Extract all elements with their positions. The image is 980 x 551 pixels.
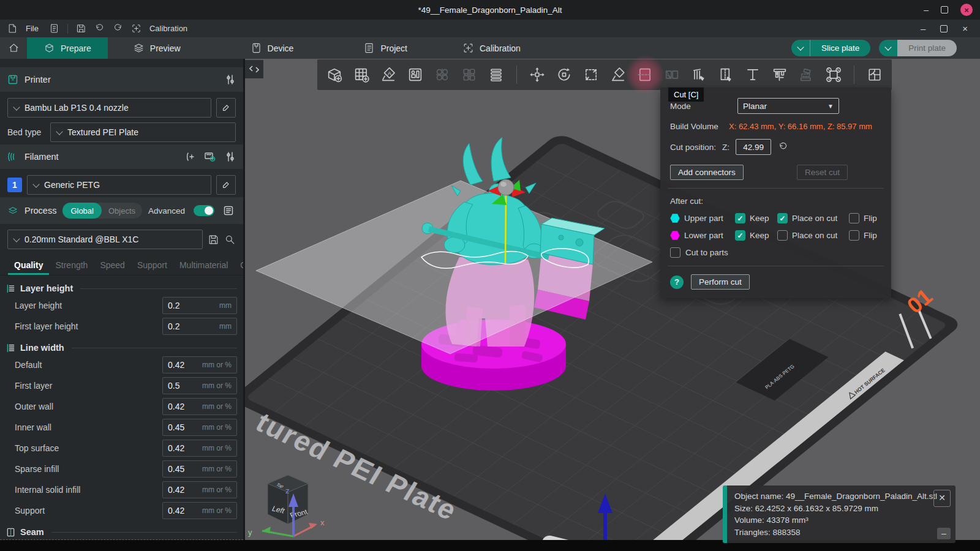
bed-type-dropdown[interactable]: Textured PEI Plate bbox=[50, 122, 236, 142]
home-icon bbox=[8, 42, 20, 54]
filament-edit-button[interactable] bbox=[216, 175, 236, 195]
object-volume: Volume: 43378 mm³ bbox=[734, 514, 931, 527]
printer-edit-button[interactable] bbox=[216, 98, 236, 118]
filament-slot-badge[interactable]: 1 bbox=[7, 178, 22, 192]
save-preset-icon[interactable] bbox=[208, 234, 219, 246]
assembly-view-icon[interactable] bbox=[865, 65, 884, 84]
process-preset-dropdown[interactable]: 0.20mm Standard @BBL X1C bbox=[7, 230, 203, 249]
os-minimize-icon[interactable]: – bbox=[924, 5, 929, 15]
collapse-sidebar-button[interactable] bbox=[245, 60, 263, 78]
tab-calibration[interactable]: Calibration bbox=[446, 37, 537, 59]
add-model-icon[interactable] bbox=[325, 65, 344, 84]
tab-multimaterial[interactable]: Multimaterial bbox=[173, 260, 234, 275]
menu-calibration[interactable]: Calibration bbox=[149, 24, 187, 33]
reset-position-icon[interactable] bbox=[777, 141, 788, 152]
calibration-tab-icon bbox=[462, 42, 474, 54]
scope-objects[interactable]: Objects bbox=[102, 206, 142, 216]
filament-preset-dropdown[interactable]: Generic PETG bbox=[27, 175, 211, 195]
param-row: Layer height 0.2mm bbox=[15, 297, 237, 314]
rotate-icon[interactable] bbox=[554, 65, 574, 84]
file-icon[interactable] bbox=[7, 23, 18, 34]
upper-keep-checkbox[interactable] bbox=[735, 213, 745, 223]
viewport-3d[interactable]: tured PEI Plate 01 HOT SURFACE PLA·ABS·P… bbox=[245, 59, 980, 540]
scope-global[interactable]: Global bbox=[62, 203, 102, 219]
frame-corners-icon[interactable] bbox=[824, 65, 843, 84]
layer-height-input[interactable]: 0.2mm bbox=[162, 297, 237, 314]
measure-icon[interactable] bbox=[770, 65, 790, 84]
support-painting-icon[interactable] bbox=[689, 65, 709, 84]
move-icon[interactable] bbox=[527, 65, 547, 84]
tab-device[interactable]: Device bbox=[234, 37, 311, 59]
parameter-table-icon[interactable] bbox=[223, 205, 234, 216]
filament-settings-icon[interactable] bbox=[225, 151, 236, 162]
tab-prepare[interactable]: Prepare bbox=[27, 37, 108, 59]
app-minimize-icon[interactable]: – bbox=[921, 23, 925, 34]
tab-quality[interactable]: Quality bbox=[8, 260, 49, 275]
app-restore-icon[interactable] bbox=[940, 25, 948, 32]
outer-wall-line-width-input[interactable]: 0.42mm or % bbox=[162, 398, 237, 415]
after-cut-label: After cut: bbox=[670, 197, 703, 206]
object-triangles: Triangles: 888358 bbox=[734, 527, 931, 539]
cut-to-parts-checkbox[interactable] bbox=[670, 247, 680, 258]
internal-solid-infill-line-width-input[interactable]: 0.42mm or % bbox=[162, 481, 237, 498]
advanced-toggle[interactable] bbox=[194, 205, 214, 216]
tab-strength[interactable]: Strength bbox=[49, 260, 94, 275]
slice-dropdown-icon[interactable] bbox=[791, 40, 810, 56]
lower-part-color-swatch bbox=[670, 231, 680, 241]
first-layer-line-width-input[interactable]: 0.5mm or % bbox=[162, 377, 237, 394]
ams-sync-icon[interactable] bbox=[204, 151, 216, 162]
info-close-icon[interactable]: ✕ bbox=[933, 490, 951, 507]
printer-preset-dropdown[interactable]: Bambu Lab P1S 0.4 nozzle bbox=[7, 98, 211, 118]
inner-wall-line-width-input[interactable]: 0.45mm or % bbox=[162, 419, 237, 436]
device-icon bbox=[251, 42, 262, 54]
redo-icon[interactable] bbox=[113, 23, 123, 34]
upper-flip-checkbox[interactable] bbox=[849, 213, 859, 223]
home-button[interactable] bbox=[0, 37, 27, 59]
notes-icon[interactable] bbox=[49, 23, 59, 34]
info-collapse-icon[interactable]: – bbox=[937, 528, 951, 539]
group-line-width: Line width bbox=[6, 343, 237, 353]
process-scope-toggle[interactable]: Global Objects bbox=[62, 203, 142, 219]
auto-orient-icon[interactable]: A bbox=[379, 65, 398, 84]
save-icon[interactable] bbox=[76, 23, 86, 34]
tab-speed[interactable]: Speed bbox=[94, 260, 130, 275]
default-line-width-input[interactable]: 0.42mm or % bbox=[162, 356, 237, 373]
support-line-width-input[interactable]: 0.42mm or % bbox=[162, 502, 237, 519]
tab-preview[interactable]: Preview bbox=[116, 37, 197, 59]
print-plate-button[interactable]: Print plate bbox=[879, 40, 957, 56]
upper-place-on-cut-checkbox[interactable] bbox=[777, 213, 788, 223]
mode-dropdown[interactable]: Planar▼ bbox=[737, 98, 839, 114]
menu-file[interactable]: File bbox=[26, 24, 39, 33]
app-close-icon[interactable]: × bbox=[962, 23, 968, 34]
slice-plate-button[interactable]: Slice plate bbox=[791, 40, 870, 56]
perform-cut-button[interactable]: Perform cut bbox=[691, 274, 750, 290]
tab-project[interactable]: Project bbox=[347, 37, 424, 59]
cut-position-input[interactable]: 42.99 bbox=[736, 139, 771, 155]
variable-layer-height-icon[interactable] bbox=[486, 65, 506, 84]
os-close-icon[interactable]: × bbox=[960, 4, 973, 16]
add-connectors-button[interactable]: Add connectors bbox=[670, 165, 744, 180]
lower-flip-checkbox[interactable] bbox=[849, 230, 859, 241]
print-dropdown-icon[interactable] bbox=[879, 40, 897, 56]
tab-others[interactable]: O... bbox=[234, 260, 245, 275]
help-icon[interactable]: ? bbox=[670, 276, 684, 289]
first-layer-height-input[interactable]: 0.2mm bbox=[162, 318, 237, 335]
scale-icon[interactable] bbox=[581, 65, 601, 84]
top-surface-line-width-input[interactable]: 0.42mm or % bbox=[162, 440, 237, 457]
os-maximize-icon[interactable] bbox=[941, 6, 948, 13]
lower-keep-checkbox[interactable] bbox=[735, 230, 745, 241]
lower-place-on-cut-checkbox[interactable] bbox=[777, 230, 788, 241]
undo-icon[interactable] bbox=[94, 23, 105, 34]
search-preset-icon[interactable] bbox=[224, 234, 236, 246]
add-filament-icon[interactable] bbox=[184, 151, 195, 162]
arrange-icon[interactable] bbox=[405, 65, 425, 84]
printer-settings-icon[interactable] bbox=[225, 74, 236, 85]
calibration-menu-icon[interactable] bbox=[131, 23, 141, 34]
cut-icon[interactable] bbox=[635, 65, 655, 84]
seam-painting-icon[interactable] bbox=[716, 65, 736, 84]
text-tool-icon[interactable] bbox=[743, 65, 763, 84]
sparse-infill-line-width-input[interactable]: 0.45mm or % bbox=[162, 460, 237, 478]
add-plate-icon[interactable] bbox=[352, 65, 371, 84]
param-row: First layer height 0.2mm bbox=[15, 318, 237, 335]
tab-support[interactable]: Support bbox=[131, 260, 173, 275]
